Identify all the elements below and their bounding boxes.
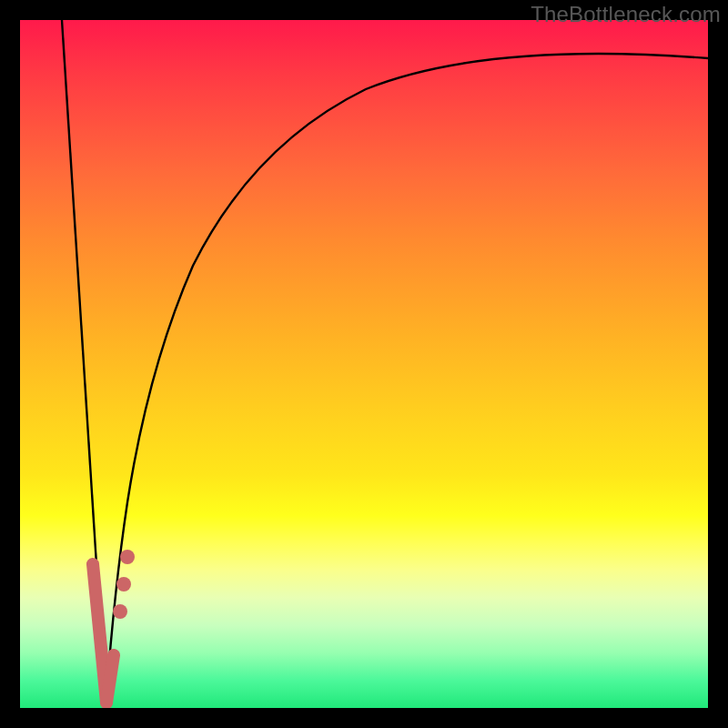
- curves-layer: [20, 20, 708, 708]
- svg-point-1: [116, 577, 131, 592]
- plot-area: [20, 20, 708, 708]
- svg-point-2: [120, 550, 135, 564]
- marker-cluster: [93, 550, 135, 703]
- curve-ascending: [106, 54, 708, 708]
- chart-frame: TheBottleneck.com: [0, 0, 728, 728]
- svg-point-0: [113, 604, 127, 619]
- watermark-text: TheBottleneck.com: [531, 2, 721, 27]
